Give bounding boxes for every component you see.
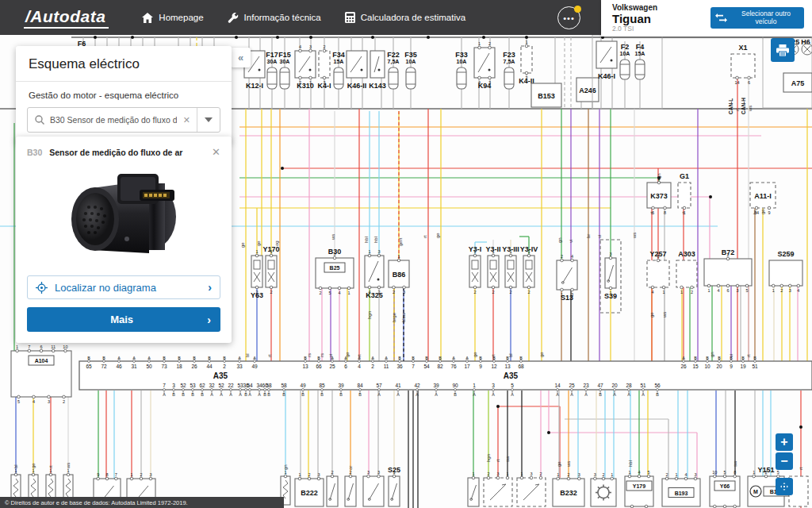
panel-subtitle: Gestão do motor - esquema eléctrico — [16, 82, 232, 107]
component-G1[interactable]: G11 — [678, 172, 691, 215]
more-options-button[interactable]: ••• — [557, 6, 580, 29]
component-B222[interactable]: B222123 — [295, 472, 324, 507]
svg-text:hgn: hgn — [486, 454, 491, 462]
svg-text:10: 10 — [63, 344, 67, 349]
svg-text:A: A — [452, 356, 455, 360]
component-Y179[interactable]: Y17914523 — [625, 470, 653, 508]
pan-button[interactable] — [776, 478, 793, 495]
junction-dot — [547, 431, 550, 434]
svg-text:6: 6 — [726, 288, 729, 293]
component-F23[interactable]: F237,5A — [503, 51, 515, 89]
component-F2[interactable]: F210A — [620, 43, 630, 79]
panel-title: Esquema eléctrico — [16, 46, 232, 81]
component-B30[interactable]: B25B3032541 — [316, 248, 354, 295]
search-dropdown-button[interactable] — [197, 108, 220, 132]
component-Y170[interactable]: Y17012 — [262, 245, 279, 294]
close-icon[interactable]: ✕ — [212, 146, 220, 158]
component-K373[interactable]: K373568 — [647, 176, 671, 215]
component-F35[interactable]: F3510A — [404, 51, 417, 89]
print-button[interactable] — [771, 38, 795, 62]
svg-text:53: 53 — [190, 383, 196, 388]
component-K46-II[interactable]: K46-II — [347, 51, 367, 90]
clear-search-icon[interactable]: ✕ — [177, 115, 197, 125]
component-B86[interactable]: B86123 — [389, 254, 409, 294]
autodata-logo[interactable]: /Autodata — [24, 7, 109, 29]
component-A35-ecu-bus[interactable]: A35A35B65B72A46A31A50B73B18B26B44B2A33A4… — [79, 356, 812, 397]
component-K4-II[interactable]: K4-II12 — [519, 40, 534, 86]
component-F34[interactable]: F3415A — [332, 51, 345, 89]
component-B72[interactable]: B72214635 — [704, 248, 752, 293]
component-K143[interactable]: K143 — [369, 51, 386, 90]
component-F15[interactable]: F1530A — [278, 51, 291, 89]
component-gearbox[interactable]: 321 — [591, 472, 616, 507]
zoom-out-button[interactable]: − — [776, 452, 793, 470]
component-S39[interactable]: S3931 — [604, 252, 617, 301]
nav-informacao-tecnica[interactable]: Informação técnica — [228, 12, 321, 23]
svg-text:4: 4 — [638, 470, 640, 475]
component-Y66[interactable]: Y661058793 — [710, 470, 740, 508]
select-vehicle-button[interactable]: Selecionar outro veículo — [710, 7, 804, 29]
component-F17[interactable]: F1730A — [266, 51, 278, 89]
component-K46-I[interactable]: K46-I — [596, 41, 617, 80]
svg-text:B: B — [193, 356, 196, 360]
printer-icon — [776, 44, 789, 56]
component-F22[interactable]: F227,5A — [387, 51, 400, 89]
svg-text:2: 2 — [525, 75, 527, 80]
component-Y63[interactable]: Y6312 — [251, 249, 263, 300]
svg-text:gn: gn — [283, 464, 288, 470]
nav-calculadora[interactable]: Calculadora de estimativa — [345, 12, 465, 23]
component-K4-I[interactable]: K4-I23 — [317, 44, 331, 90]
svg-text:B: B — [718, 356, 721, 360]
svg-text:F34: F34 — [332, 51, 345, 59]
component-K325[interactable]: K3251342 — [365, 249, 384, 300]
component-K310[interactable]: K3104321 — [295, 44, 316, 90]
nav-homepage[interactable]: Homepage — [142, 13, 203, 23]
svg-text:2: 2 — [691, 290, 693, 294]
svg-text:17: 17 — [464, 364, 470, 369]
component-S259[interactable]: S2591234 — [769, 250, 802, 293]
svg-text:7: 7 — [163, 383, 166, 388]
component-Y3-III[interactable]: Y3-III12 — [502, 245, 519, 294]
component-S13[interactable]: S132413 — [557, 254, 577, 302]
svg-text:B232: B232 — [560, 489, 577, 497]
component-dsens[interactable]: 231 — [484, 471, 512, 507]
svg-text:1: 1 — [478, 41, 481, 46]
component-sw[interactable]: 1 — [468, 471, 479, 507]
component-X1[interactable]: X1146 — [731, 44, 755, 85]
svg-text:3: 3 — [496, 471, 499, 476]
component-Y257[interactable]: Y257341 — [647, 250, 669, 294]
component-sw[interactable]: 2 — [327, 470, 338, 507]
svg-text:1: 1 — [520, 471, 523, 476]
svg-text:A: A — [253, 356, 256, 360]
component-dsens[interactable]: 132 — [517, 471, 546, 507]
svg-text:1: 1 — [509, 249, 511, 254]
component-S25[interactable]: S251 — [388, 466, 400, 506]
component-A75[interactable]: A75 — [783, 73, 812, 92]
component-sw[interactable]: 33 — [363, 470, 384, 507]
component-A303[interactable]: A30312 — [676, 250, 697, 294]
component-Y3-II[interactable]: Y3-II12 — [485, 245, 500, 294]
svg-text:ge: ge — [649, 312, 654, 318]
component-B232[interactable]: B232123 — [553, 472, 584, 507]
component-K94[interactable]: K941243 — [474, 41, 495, 90]
more-button[interactable]: Mais › — [27, 307, 220, 332]
component-B193[interactable]: B1932143 — [662, 472, 700, 507]
component-Y3-I[interactable]: Y3-I12 — [469, 245, 482, 294]
component-F4[interactable]: F415A — [635, 43, 645, 79]
svg-text:1: 1 — [662, 290, 665, 294]
svg-text:1: 1 — [753, 470, 755, 475]
component-sw[interactable]: 2 — [345, 470, 356, 507]
component-Y3-IV[interactable]: Y3-IV12 — [520, 245, 538, 294]
component-F33[interactable]: F3310A — [455, 51, 468, 89]
junction-dot — [131, 36, 134, 39]
component-search[interactable]: B30 Sensor de medição do fluxo de ar ✕ — [27, 107, 220, 133]
svg-text:15A: 15A — [334, 59, 344, 64]
svg-text:6: 6 — [344, 364, 347, 369]
component-B153[interactable]: B153 — [531, 83, 561, 107]
component-A104[interactable]: A10417611105432 — [11, 344, 71, 404]
component-A246[interactable]: A246 — [576, 78, 599, 102]
collapse-panel-button[interactable]: « — [231, 48, 251, 67]
zoom-in-button[interactable]: + — [776, 433, 793, 451]
svg-text:42: 42 — [414, 383, 420, 388]
locate-in-diagram-button[interactable]: Localizar no diagrama › — [27, 275, 220, 299]
